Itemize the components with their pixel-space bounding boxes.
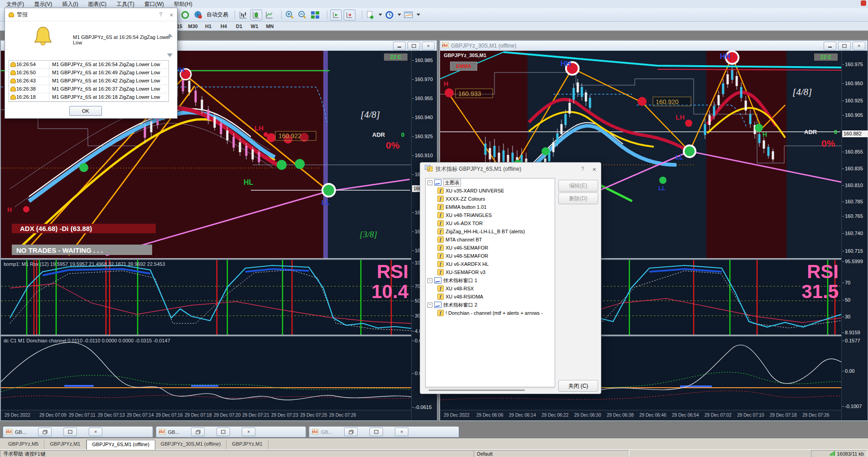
autoscroll-icon[interactable] <box>330 10 342 20</box>
connect-icon[interactable] <box>180 10 191 20</box>
tree-node-window2[interactable]: −技术指标窗口 2 <box>426 301 555 309</box>
close-icon[interactable]: × <box>242 428 255 436</box>
new-order-icon[interactable] <box>365 10 376 20</box>
minimized-window-3[interactable]: GB... × <box>309 426 459 438</box>
tree-node-indicator[interactable]: fXU v46-SEMAFOR <box>426 244 555 252</box>
menu-help[interactable]: 帮助(H) <box>174 0 192 8</box>
alert-row[interactable]: 16:26:18M1 GBPJPYz_6S at 16:26:18 ZigZag… <box>9 93 168 101</box>
tree-node-indicator[interactable]: fMTA channel BT <box>426 236 555 244</box>
alert-row[interactable]: 16:26:38M1 GBPJPYz_6S at 16:26:37 ZigZag… <box>9 85 168 93</box>
candlestick-icon[interactable] <box>250 10 262 20</box>
left-donchian-canvas[interactable] <box>1 337 411 410</box>
restore-icon[interactable] <box>191 428 205 436</box>
tree-node-indicator[interactable]: fXU v48-RSX <box>426 284 555 293</box>
alert-dialog-titlebar[interactable]: 警报 ? × <box>5 8 177 21</box>
right-emma-button[interactable]: EMMA <box>450 62 477 71</box>
alert-row[interactable]: 16:26:54M1 GBPJPYz_6S at 16:26:54 ZigZag… <box>9 61 168 69</box>
tab-gbpjpyz-m1[interactable]: GBPJPYz,M1 <box>44 440 86 449</box>
indicator-caret[interactable] <box>417 14 420 16</box>
alert-row[interactable]: 16:26:50M1 GBPJPYz_6S at 16:26:49 ZigZag… <box>9 69 168 77</box>
indicators-tree[interactable]: −主图表 fXU v35-XARD UNIVERSE fXXXX-ZZ Colo… <box>425 178 555 387</box>
tree-node-indicator[interactable]: fXU v35-XARD UNIVERSE <box>426 187 555 195</box>
status-profile[interactable]: Default <box>474 450 629 457</box>
period-caret[interactable] <box>398 14 401 16</box>
tf-h4[interactable]: H4 <box>217 23 230 29</box>
tree-node-indicator[interactable]: fXU v6-XARDFX HL <box>426 260 555 268</box>
autotrade-label[interactable]: 自动交易 <box>206 11 228 19</box>
menu-charts[interactable]: 图表(C) <box>88 0 107 8</box>
tf-d1[interactable]: D1 <box>232 23 246 29</box>
restore-icon[interactable] <box>344 428 358 436</box>
tree-node-indicator[interactable]: fXU v48-RSIOMA <box>426 293 555 301</box>
tree-node-indicator[interactable]: fXU v48-TRIANGLES <box>426 211 555 219</box>
tab-gbpjpyz-m1-2[interactable]: GBPJPYz,M1 <box>226 440 268 449</box>
tree-node-indicator[interactable]: fXU v6-ADX TOR <box>426 219 555 227</box>
maximize-icon[interactable] <box>63 428 77 436</box>
tree-node-indicator[interactable]: fXXXX-ZZ Colours <box>426 195 555 203</box>
collapse-icon[interactable]: − <box>427 278 432 283</box>
close-icon[interactable]: × <box>89 428 102 436</box>
scroll-down-icon[interactable] <box>167 53 173 57</box>
minimize-icon[interactable] <box>393 42 406 50</box>
left-rsi-canvas[interactable] <box>1 260 411 335</box>
tab-gbpjpyz-6s-m1-offline[interactable]: GBPJPYz_6S,M1 (offline) <box>86 440 155 450</box>
minimize-icon[interactable] <box>824 42 836 50</box>
ok-button[interactable]: OK <box>69 106 102 116</box>
tf-mn[interactable]: MN <box>263 23 277 29</box>
maximize-icon[interactable] <box>408 42 420 50</box>
edit-button[interactable]: 编辑(E) <box>558 180 598 192</box>
tree-node-indicator[interactable]: fZigZag_HH-HL-LH-LL_B BT (alerts) <box>426 227 555 236</box>
tf-m30[interactable]: M30 <box>186 23 200 29</box>
left-donchian-pane[interactable]: dc C1 M1 Donchian channel 0.0110 -0.0110… <box>1 337 411 410</box>
scroll-up-icon[interactable] <box>167 34 173 37</box>
left-zz-badge[interactable]: ZZ C <box>384 53 408 61</box>
minimized-window-1[interactable]: GB... × <box>3 426 153 438</box>
close-icon[interactable]: × <box>853 42 865 50</box>
close-icon[interactable]: × <box>422 42 435 50</box>
tree-node-indicator[interactable]: fXU v48-SEMAFOR <box>426 252 555 260</box>
menu-tools[interactable]: 工具(T) <box>116 0 134 8</box>
tab-gbpjpyz-30s-m1-offline[interactable]: GBPJPYz_30S,M1 (offline) <box>155 440 226 449</box>
maximize-icon[interactable] <box>216 428 230 436</box>
zoom-out-icon[interactable] <box>297 10 308 20</box>
tree-node-indicator[interactable]: fXU-SEMAFOR v3 <box>426 268 555 276</box>
barchart-icon[interactable] <box>238 10 249 20</box>
close-icon[interactable]: × <box>592 165 596 173</box>
restore-icon[interactable] <box>38 428 52 436</box>
autotrade-icon[interactable] <box>192 10 203 20</box>
linechart-icon[interactable] <box>264 10 275 20</box>
right-window-titlebar[interactable]: GBPJPYz_30S,M1 (offline) × <box>440 41 867 51</box>
minimized-window-2[interactable]: GB... × <box>156 426 306 438</box>
right-price-axis[interactable]: 160.975 160.950 160.925 160.905 160.855 … <box>841 51 868 420</box>
help-icon[interactable]: ? <box>159 11 163 18</box>
collapse-icon[interactable]: − <box>427 180 432 185</box>
close-button[interactable]: 关闭 (C) <box>558 380 598 392</box>
scrollbar-thumb[interactable] <box>429 390 525 391</box>
tree-node-window1[interactable]: −技术指标窗口 1 <box>426 276 555 284</box>
tab-gbpjpyz-m5[interactable]: GBPJPYz,M5 <box>3 440 44 449</box>
chart-shift-icon[interactable] <box>344 10 355 20</box>
tree-node-main-chart[interactable]: −主图表 <box>426 178 555 187</box>
menu-insert[interactable]: 插入(I) <box>62 0 78 8</box>
alert-row[interactable]: 16:26:43M1 GBPJPYz_6S at 16:26:42 ZigZag… <box>9 77 168 85</box>
tf-w1[interactable]: W1 <box>248 23 261 29</box>
menu-view[interactable]: 显示(V) <box>34 0 52 8</box>
collapse-icon[interactable]: − <box>427 303 432 308</box>
zoom-in-icon[interactable] <box>284 10 295 20</box>
close-icon[interactable]: × <box>169 11 173 19</box>
delete-button[interactable]: 删除(D) <box>558 192 598 204</box>
left-rsi-pane[interactable]: bomp1: M1 Rsx (12) 19.5957 19.5957 21.49… <box>1 260 411 335</box>
new-order-caret[interactable] <box>379 14 382 16</box>
period-clock-icon[interactable] <box>384 10 395 20</box>
tree-horizontal-scrollbar[interactable] <box>425 388 554 392</box>
notification-icon[interactable] <box>861 0 866 6</box>
indicators-dialog-titlebar[interactable]: f 技术指标 GBPJPYz_6S,M1 (offline) ? × <box>420 163 601 175</box>
maximize-icon[interactable] <box>838 42 851 50</box>
indicator-window-icon[interactable] <box>403 10 414 20</box>
menu-window[interactable]: 窗口(W) <box>144 0 164 8</box>
tile-windows-icon[interactable] <box>310 10 321 20</box>
menu-file[interactable]: 文件(F) <box>6 0 24 8</box>
tree-node-indicator[interactable]: f! Donchian - channel (mtf + alerts + ar… <box>426 309 555 317</box>
tree-node-indicator[interactable]: fEMMA button 1.01 <box>426 203 555 211</box>
alert-list[interactable]: 16:26:54M1 GBPJPYz_6S at 16:26:54 ZigZag… <box>9 60 169 102</box>
